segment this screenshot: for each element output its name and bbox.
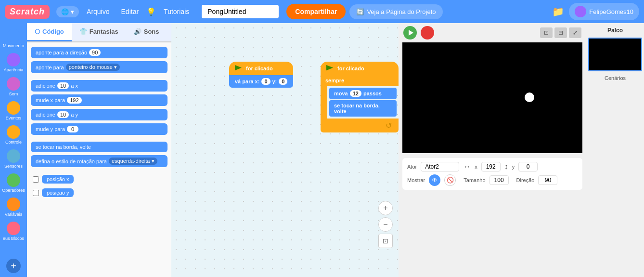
editar-button[interactable]: Editar (117, 6, 143, 17)
sidebar-item-operadores[interactable]: Operadores (0, 171, 27, 195)
project-name-input[interactable] (202, 5, 279, 18)
sensores-icon (7, 149, 20, 163)
y-value: 0 (518, 162, 538, 171)
sidebar-label-eventos: Eventos (6, 116, 22, 120)
block-posicao-x[interactable]: posição x (42, 175, 74, 184)
sidebar-item-meus-blocos[interactable]: eus Blocos (0, 220, 27, 243)
stage-canvas (402, 42, 582, 153)
fullscreen-button[interactable]: ⤢ (569, 27, 581, 38)
zoom-out-button[interactable]: − (378, 217, 393, 232)
aparencia-icon (7, 53, 20, 66)
small-stage-button[interactable]: ⊡ (540, 27, 553, 38)
block-posicao-y[interactable]: posição y (42, 188, 74, 197)
checkbox-posicao-x[interactable]: posição x (31, 172, 167, 186)
hat-block-2[interactable]: for clicado (321, 62, 399, 75)
blocks-panel: ⬡ Código 👕 Fantasias 🔊 Sons aponte para … (27, 23, 171, 277)
scratch-logo: Scratch (5, 5, 50, 19)
sempre-block[interactable]: sempre (321, 75, 399, 86)
checkbox-x-input[interactable] (33, 176, 39, 183)
sidebar-label-meus-blocos: eus Blocos (3, 236, 24, 241)
tabs-bar: ⬡ Código 👕 Fantasias 🔊 Sons (27, 23, 171, 42)
tab-codigo[interactable]: ⬡ Código (27, 23, 72, 41)
c-block-left (321, 86, 327, 119)
actor-name-input[interactable] (421, 162, 459, 171)
sidebar-label-aparencia: Aparência (4, 67, 24, 72)
operadores-icon (7, 173, 20, 187)
sidebar-label-controle: Controle (5, 140, 22, 145)
script-group-2: for clicado sempre mova 12 passos se toc… (321, 62, 399, 132)
controle-icon (7, 125, 20, 139)
folder-button[interactable]: 📁 (552, 6, 564, 17)
block-adicione-y[interactable]: adicione 10 a y (31, 109, 167, 120)
checkbox-posicao-y[interactable]: posição y (31, 186, 167, 199)
movimento-icon (7, 29, 20, 42)
block-mude-y[interactable]: mude y para 0 (31, 123, 167, 135)
block-aponte-direcao[interactable]: aponte para a direção 90 (31, 47, 167, 58)
c-block-bottom: ↺ (321, 119, 399, 132)
direction-label: Direção (516, 177, 535, 183)
view-project-button[interactable]: 🔄 Veja a Página do Projeto (349, 4, 442, 19)
sidebar-item-sensores[interactable]: Sensores (0, 147, 27, 171)
show-label: Mostrar (407, 177, 425, 183)
variaveis-icon (7, 198, 20, 211)
fit-button[interactable]: ⊡ (378, 234, 393, 248)
arquivo-button[interactable]: Arquivo (83, 6, 113, 17)
hide-eye-button[interactable]: 🚫 (444, 174, 456, 186)
stage-info: Ator ↔ x 192 ↕ y 0 Mostrar 👁 🚫 Tamanho 1… (402, 158, 582, 190)
checkbox-y-input[interactable] (33, 190, 39, 196)
view-project-icon: 🔄 (356, 8, 364, 15)
c-block-wrapper: mova 12 passos se tocar na borda, volte (321, 86, 399, 119)
show-eye-button[interactable]: 👁 (429, 174, 440, 186)
size-value: 100 (489, 175, 509, 185)
size-label: Tamanho (464, 177, 485, 183)
palco-stage-thumbnail[interactable] (588, 38, 642, 71)
tab-sons[interactable]: 🔊 Sons (126, 23, 167, 41)
sidebar-item-variaveis[interactable]: Variáveis (0, 196, 27, 219)
sidebar-item-aparencia[interactable]: Aparência (0, 51, 27, 74)
sidebar-label-som: Som (9, 92, 18, 96)
sidebar-item-som[interactable]: Som (0, 75, 27, 98)
normal-stage-button[interactable]: ⊟ (554, 27, 567, 38)
loop-arrow-icon: ↺ (386, 121, 392, 130)
stage-toolbar: ⊡ ⊟ ⤢ (399, 23, 586, 42)
tab-fantasias[interactable]: 👕 Fantasias (72, 23, 126, 41)
block-estilo-rotacao[interactable]: defina o estilo de rotação para esquerda… (31, 155, 167, 167)
tutoriais-button[interactable]: Tutoriais (160, 6, 193, 17)
zoom-controls: + − ⊡ (378, 201, 393, 248)
tocar-borda-block[interactable]: se tocar na borda, volte (329, 100, 397, 117)
block-adicione-x[interactable]: adicione 10 a x (31, 80, 167, 92)
sidebar-item-controle[interactable]: Controle (0, 123, 27, 146)
top-nav: Scratch 🌐 ▾ Arquivo Editar 💡 Tutoriais C… (0, 0, 644, 23)
script-group-1: for clicado vá para x: 0 y: 0 (229, 62, 293, 88)
sons-tab-label: Sons (144, 28, 159, 35)
sidebar-label-sensores: Sensores (4, 164, 23, 169)
globe-dropdown-arrow: ▾ (71, 8, 74, 15)
green-flag-button[interactable] (403, 26, 417, 40)
fantasias-tab-icon: 👕 (79, 28, 87, 35)
zoom-in-button[interactable]: + (378, 201, 393, 215)
som-icon (7, 77, 20, 91)
user-button[interactable]: FelipeGomes10 (569, 3, 639, 20)
globe-button[interactable]: 🌐 ▾ (56, 6, 79, 17)
stage-ball (525, 92, 534, 102)
flag-icon-2 (326, 65, 333, 72)
x-value: 192 (481, 162, 501, 171)
scripts-area: for clicado vá para x: 0 y: 0 for clicad… (171, 23, 399, 277)
share-button[interactable]: Compartilhar (286, 4, 346, 19)
fantasias-tab-label: Fantasias (90, 28, 118, 35)
c-block-inner: mova 12 passos se tocar na borda, volte (327, 86, 399, 119)
sons-tab-icon: 🔊 (134, 28, 142, 35)
stop-button[interactable] (421, 26, 434, 40)
sidebar-item-movimento[interactable]: Movimento (0, 27, 27, 50)
meus-blocos-icon (7, 222, 20, 235)
direction-value: 90 (538, 175, 557, 185)
block-mude-x[interactable]: mude x para 192 (31, 94, 167, 106)
sidebar-item-eventos[interactable]: Eventos (0, 99, 27, 122)
codigo-tab-icon: ⬡ (35, 28, 40, 35)
add-extension-button[interactable]: + (6, 259, 21, 273)
hat-block-1[interactable]: for clicado (229, 62, 293, 75)
mova-block[interactable]: mova 12 passos (329, 88, 397, 99)
motion-block-1[interactable]: vá para x: 0 y: 0 (229, 75, 293, 88)
block-aponte-para[interactable]: aponte para ponteiro do mouse ▾ (31, 61, 167, 73)
block-tocar-borda[interactable]: se tocar na borda, volte (31, 142, 167, 152)
